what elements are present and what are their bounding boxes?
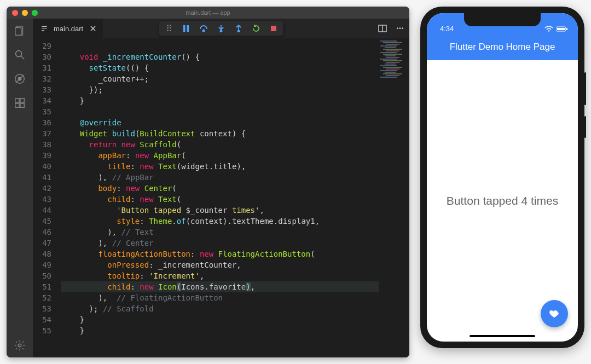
- tab-main-dart[interactable]: main.dart: [33, 19, 103, 38]
- body-text: Button tapped 4 times: [447, 194, 558, 207]
- step-out-button[interactable]: [234, 24, 244, 33]
- minimize-window-button[interactable]: [22, 10, 28, 16]
- floating-action-button[interactable]: [541, 300, 568, 327]
- app-title: Flutter Demo Home Page: [450, 42, 555, 53]
- svg-rect-30: [566, 28, 567, 30]
- settings-gear-icon[interactable]: [13, 339, 26, 352]
- status-icons: [544, 26, 568, 32]
- debug-disabled-icon[interactable]: [13, 72, 26, 85]
- svg-rect-24: [271, 26, 276, 31]
- explorer-icon[interactable]: [13, 24, 26, 37]
- svg-rect-29: [557, 28, 565, 30]
- activity-bar: [7, 19, 33, 357]
- app-bar: Flutter Demo Home Page: [427, 34, 578, 60]
- code-editor[interactable]: 2930313233343536373839404142434445464748…: [33, 38, 409, 357]
- battery-icon: [556, 26, 568, 32]
- line-gutter: 2930313233343536373839404142434445464748…: [33, 38, 61, 357]
- svg-rect-10: [20, 103, 24, 107]
- tab-label: main.dart: [54, 25, 83, 33]
- step-over-button[interactable]: [199, 24, 208, 33]
- svg-rect-17: [183, 25, 186, 32]
- code-content[interactable]: void _incrementCounter() { setState(() {…: [61, 38, 379, 357]
- favorite-icon: [548, 308, 560, 320]
- phone-screen: 4:34 Flutter Demo Home Page Button tappe…: [427, 13, 578, 342]
- close-window-button[interactable]: [12, 10, 18, 16]
- step-into-button[interactable]: [216, 24, 226, 33]
- window-title: main.dart — app: [186, 9, 230, 16]
- svg-point-11: [18, 344, 21, 347]
- svg-line-3: [21, 56, 25, 60]
- file-icon: [40, 25, 48, 32]
- traffic-lights: [12, 10, 38, 16]
- phone-notch: [464, 13, 541, 26]
- svg-point-27: [548, 30, 549, 31]
- more-actions-icon[interactable]: ···: [395, 24, 405, 33]
- maximize-window-button[interactable]: [32, 10, 38, 16]
- ide-window: main.dart — app: [7, 7, 409, 357]
- stop-button[interactable]: [269, 24, 279, 33]
- status-time: 4:34: [440, 25, 454, 33]
- phone-side-button: [584, 116, 586, 138]
- svg-point-2: [16, 51, 22, 57]
- svg-point-23: [237, 30, 239, 32]
- home-indicator[interactable]: [470, 335, 535, 337]
- extensions-icon[interactable]: [13, 96, 26, 109]
- svg-line-6: [16, 75, 24, 83]
- svg-rect-9: [15, 103, 19, 107]
- drag-handle-icon[interactable]: ⠿: [164, 24, 173, 33]
- svg-rect-8: [20, 99, 24, 102]
- wifi-icon: [544, 26, 553, 32]
- debug-toolbar[interactable]: ⠿: [159, 21, 283, 36]
- close-tab-button[interactable]: [89, 24, 97, 33]
- restart-button[interactable]: [251, 24, 261, 33]
- svg-point-21: [220, 30, 222, 32]
- pause-button[interactable]: [181, 24, 191, 33]
- svg-rect-1: [15, 28, 21, 36]
- svg-point-19: [202, 30, 204, 31]
- phone-mockup: 4:34 Flutter Demo Home Page Button tappe…: [420, 7, 584, 348]
- app-body: Button tapped 4 times: [427, 60, 578, 342]
- tab-bar: main.dart ⠿: [33, 19, 409, 38]
- window-titlebar[interactable]: main.dart — app: [7, 7, 409, 19]
- search-icon[interactable]: [13, 48, 26, 61]
- split-editor-icon[interactable]: [378, 24, 387, 33]
- svg-rect-18: [187, 25, 189, 32]
- minimap[interactable]: [379, 38, 409, 357]
- phone-side-button: [584, 72, 586, 105]
- svg-rect-7: [15, 99, 19, 102]
- editor-area: main.dart ⠿: [33, 19, 409, 357]
